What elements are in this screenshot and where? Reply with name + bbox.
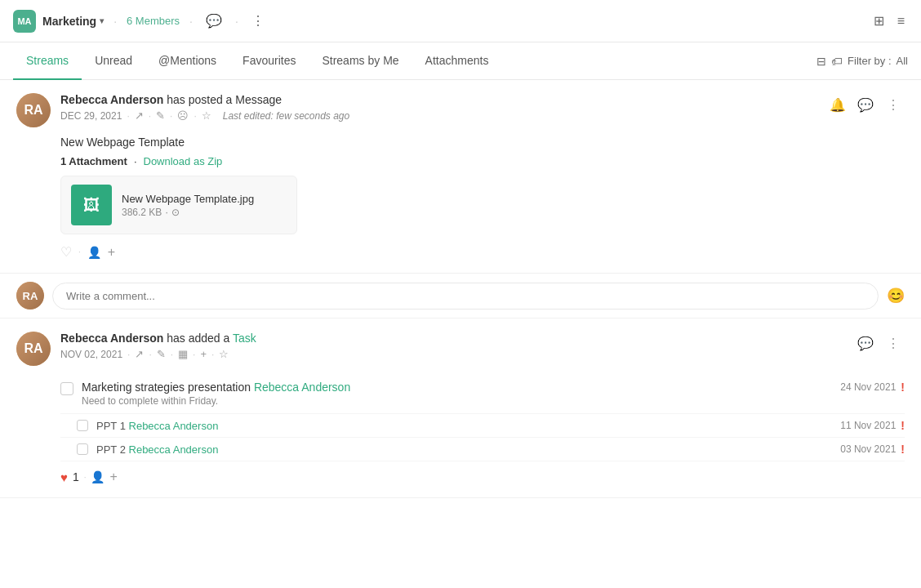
- emoji-button-1[interactable]: 😊: [887, 287, 905, 305]
- tab-streams[interactable]: Streams: [13, 42, 82, 80]
- workspace-name-button[interactable]: Marketing ▾: [42, 15, 104, 28]
- subtask-item-2: PPT 2 Rebecca Anderson 03 Nov 2021 !: [60, 438, 905, 461]
- tab-favourites[interactable]: Favourites: [229, 42, 309, 80]
- avatar-2: RA: [16, 332, 51, 366]
- like-button-2[interactable]: ♥: [60, 470, 68, 484]
- post-author-2: Rebecca Anderson: [60, 332, 163, 345]
- avatar-1: RA: [16, 93, 51, 127]
- add-reaction-1[interactable]: +: [108, 245, 115, 260]
- post-subject-1: New Webpage Template: [60, 136, 905, 149]
- likes-count-2: 1: [73, 470, 79, 483]
- post-header-1: RA Rebecca Anderson has posted a Message…: [16, 93, 905, 127]
- more-icon-2[interactable]: ⋮: [882, 332, 905, 354]
- file-card-1[interactable]: 🖼 New Webpage Template.jpg 386.2 KB · ⊙: [60, 176, 297, 234]
- add-icon-2[interactable]: +: [200, 348, 207, 360]
- reaction-row-1: ♡ · 👤 +: [60, 244, 905, 260]
- task-checkbox-main[interactable]: [60, 382, 73, 395]
- feed-container: RA Rebecca Anderson has posted a Message…: [0, 80, 921, 498]
- tab-bar: Streams Unread @Mentions Favourites Stre…: [0, 42, 921, 80]
- app-header: MA Marketing ▾ · 6 Members · 💬 · ⋮ ⊞ ≡: [0, 0, 921, 42]
- post-header-2: RA Rebecca Anderson has added a Task NOV…: [16, 332, 905, 366]
- comment-avatar: RA: [16, 282, 44, 310]
- tab-streams-by-me[interactable]: Streams by Me: [309, 42, 412, 80]
- reminder-icon-1[interactable]: 🔔: [826, 93, 849, 116]
- separator: ·: [113, 15, 117, 28]
- comment-icon-2[interactable]: 💬: [854, 332, 877, 354]
- share-icon-2[interactable]: ↗: [135, 348, 144, 360]
- post-card-1: RA Rebecca Anderson has posted a Message…: [0, 80, 921, 274]
- post-date-1: DEC 29, 2021: [60, 110, 122, 122]
- attachment-count-1: 1 Attachment: [60, 155, 127, 167]
- header-right-actions: ⊞ ≡: [870, 10, 908, 32]
- filter-label: Filter by :: [848, 55, 891, 67]
- grid-view-icon[interactable]: ⊞: [870, 10, 888, 32]
- people-icon-2[interactable]: 👤: [91, 470, 105, 483]
- post-actions-1: 🔔 💬 ⋮: [826, 93, 905, 116]
- post-date-2: NOV 02, 2021: [60, 349, 122, 360]
- subtask-checkbox-2[interactable]: [77, 443, 88, 455]
- subtask-checkbox-1[interactable]: [77, 420, 88, 431]
- tab-mentions[interactable]: @Mentions: [145, 42, 229, 80]
- file-name-1: New Webpage Template.jpg: [122, 193, 287, 205]
- chat-icon[interactable]: 💬: [202, 10, 225, 32]
- workspace-name-label: Marketing: [42, 15, 96, 28]
- post-body-1: New Webpage Template 1 Attachment · Down…: [60, 136, 905, 260]
- more-icon-1[interactable]: ⋮: [882, 93, 905, 116]
- post-meta-2: Rebecca Anderson has added a Task NOV 02…: [60, 332, 844, 360]
- star-icon-1[interactable]: ☆: [202, 109, 211, 122]
- comment-box-1: RA 😊: [0, 274, 921, 318]
- tab-unread[interactable]: Unread: [82, 42, 145, 80]
- attachment-row-1: 1 Attachment · Download as Zip: [60, 155, 905, 167]
- tag-icon[interactable]: 🏷: [831, 55, 843, 68]
- file-thumb-1: 🖼: [71, 185, 112, 225]
- post-author-1: Rebecca Anderson: [60, 93, 163, 106]
- post-action-1: has posted a Message: [167, 93, 282, 106]
- add-reaction-2[interactable]: +: [109, 470, 117, 484]
- subtask-title-2: PPT 2 Rebecca Anderson: [96, 443, 218, 456]
- task-icon-2[interactable]: ▦: [178, 348, 188, 360]
- file-size-1: 386.2 KB · ⊙: [122, 207, 287, 218]
- main-task-due-date: 24 Nov 2021: [840, 381, 896, 393]
- share-icon-1[interactable]: ↗: [135, 109, 144, 122]
- main-task-assignee[interactable]: Rebecca Anderson: [254, 381, 350, 394]
- main-task-content: Marketing strategies presentation Rebecc…: [82, 381, 832, 407]
- post-date-row-2: NOV 02, 2021 · ↗ · ✎ · ▦ · + · ☆: [60, 348, 844, 360]
- like-button-1[interactable]: ♡: [60, 244, 72, 260]
- subtask-item-1: PPT 1 Rebecca Anderson 11 Nov 2021 !: [60, 414, 905, 438]
- post-title-1: Rebecca Anderson has posted a Message: [60, 93, 816, 106]
- separator3: ·: [235, 15, 238, 28]
- main-task-title: Marketing strategies presentation Rebecc…: [82, 381, 832, 394]
- task-link-2[interactable]: Task: [233, 332, 256, 345]
- separator2: ·: [189, 15, 193, 28]
- dislike-icon-1[interactable]: ☹: [177, 109, 189, 122]
- post-action-2: has added a: [167, 332, 233, 345]
- comment-input-1[interactable]: [52, 283, 879, 310]
- post-actions-2: 💬 ⋮: [854, 332, 905, 354]
- post-card-2: RA Rebecca Anderson has added a Task NOV…: [0, 318, 921, 498]
- filter-value[interactable]: All: [897, 55, 908, 67]
- members-link[interactable]: 6 Members: [127, 15, 180, 27]
- file-info-1: New Webpage Template.jpg 386.2 KB · ⊙: [122, 193, 287, 218]
- main-task-desc: Need to complete within Friday.: [82, 395, 832, 407]
- download-link-1[interactable]: Download as Zip: [144, 155, 223, 167]
- filter-icon[interactable]: ⊟: [816, 55, 826, 68]
- post-title-2: Rebecca Anderson has added a Task: [60, 332, 844, 345]
- post-date-row-1: DEC 29, 2021 · ↗ · ✎ · ☹ · ☆ Last edited…: [60, 109, 816, 122]
- download-circle-icon[interactable]: ⊙: [171, 207, 180, 218]
- more-options-icon[interactable]: ⋮: [248, 10, 268, 32]
- tab-attachments[interactable]: Attachments: [412, 42, 502, 80]
- people-icon-1[interactable]: 👤: [87, 246, 101, 259]
- edit-icon-2[interactable]: ✎: [157, 348, 166, 360]
- liked-row-2: ♥ 1 · 👤 +: [60, 470, 905, 484]
- priority-icon-sub2: !: [901, 443, 905, 456]
- chevron-down-icon: ▾: [100, 16, 104, 25]
- edit-icon-1[interactable]: ✎: [156, 109, 165, 122]
- post-meta-1: Rebecca Anderson has posted a Message DE…: [60, 93, 816, 122]
- priority-icon-sub1: !: [901, 419, 905, 432]
- subtask-due-1: 11 Nov 2021 !: [840, 419, 905, 432]
- comment-icon-1[interactable]: 💬: [854, 93, 877, 116]
- workspace-badge: MA: [13, 10, 36, 33]
- menu-view-icon[interactable]: ≡: [894, 11, 908, 32]
- filter-area: ⊟ 🏷 Filter by : All: [816, 55, 908, 68]
- star-icon-2[interactable]: ☆: [219, 348, 229, 360]
